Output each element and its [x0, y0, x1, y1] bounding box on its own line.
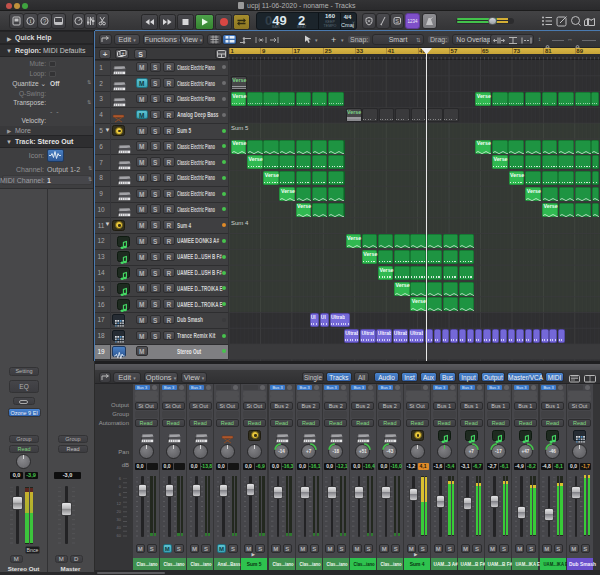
svg-text:?: ?	[43, 18, 47, 25]
svg-text:i: i	[30, 17, 32, 25]
svg-text:S: S	[395, 18, 399, 24]
svg-text:+: +	[122, 50, 125, 56]
